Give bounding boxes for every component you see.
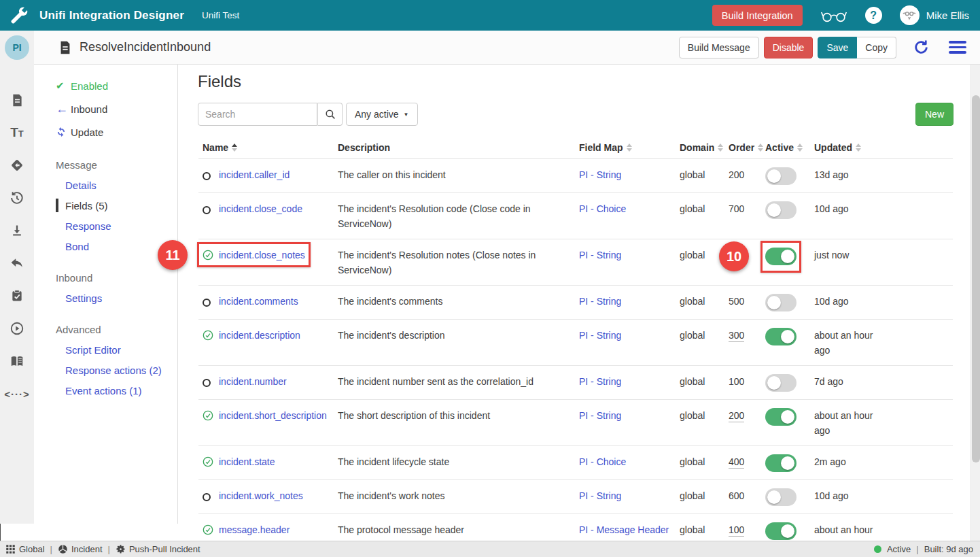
active-toggle[interactable] bbox=[765, 201, 797, 219]
nav-item-event-actions-1[interactable]: Event actions (1) bbox=[34, 380, 177, 401]
nav-item-settings[interactable]: Settings bbox=[34, 288, 177, 308]
cell-domain: global bbox=[680, 159, 729, 193]
field-map-link[interactable]: PI - String bbox=[579, 330, 621, 341]
nav-status-direction: ← Inbound bbox=[34, 97, 177, 120]
field-inactive-circle-icon bbox=[203, 169, 213, 180]
field-map-link[interactable]: PI - Choice bbox=[579, 203, 626, 214]
cell-updated: about an hour ago bbox=[814, 400, 953, 446]
cell-name: incident.close_notes bbox=[198, 239, 338, 286]
scrollbar-thumb[interactable] bbox=[972, 95, 980, 462]
active-toggle[interactable] bbox=[765, 167, 797, 185]
field-map-link[interactable]: PI - String bbox=[579, 250, 621, 260]
nav-item-script-editor[interactable]: Script Editor bbox=[34, 339, 177, 360]
cell-field-map: PI - Message Header bbox=[579, 514, 680, 541]
field-name-link[interactable]: incident.close_notes bbox=[219, 250, 305, 260]
wrench-logo-icon[interactable] bbox=[8, 5, 30, 27]
build-integration-button[interactable]: Build Integration bbox=[712, 5, 803, 26]
process-avatar[interactable]: PI bbox=[5, 35, 29, 60]
active-toggle[interactable] bbox=[765, 294, 797, 311]
field-name-link[interactable]: incident.description bbox=[219, 330, 300, 341]
active-toggle[interactable] bbox=[765, 408, 797, 426]
download-icon[interactable] bbox=[0, 214, 34, 247]
statusbar-process[interactable]: Push-Pull Incident bbox=[116, 544, 200, 554]
save-button[interactable]: Save bbox=[818, 37, 857, 58]
field-active-check-icon bbox=[203, 524, 213, 535]
toggle-knob bbox=[767, 490, 781, 504]
cell-updated: 13d ago bbox=[814, 159, 953, 193]
cell-updated: about an hour ago bbox=[814, 320, 953, 366]
active-toggle[interactable] bbox=[765, 488, 797, 506]
field-map-link[interactable]: PI - String bbox=[579, 296, 621, 307]
nav-section: InboundSettings bbox=[34, 267, 177, 308]
user-menu[interactable]: Mike Ellis bbox=[900, 5, 969, 25]
nav-item-response-actions-2[interactable]: Response actions (2) bbox=[34, 360, 177, 380]
active-toggle[interactable] bbox=[765, 248, 797, 265]
order-value[interactable]: 400 bbox=[729, 456, 744, 469]
cell-updated: 10d ago bbox=[814, 480, 953, 514]
build-message-button[interactable]: Build Message bbox=[679, 37, 759, 58]
column-header-description: Description bbox=[338, 137, 579, 159]
new-field-button[interactable]: New bbox=[915, 103, 953, 126]
field-name-link[interactable]: incident.close_code bbox=[219, 203, 302, 214]
field-name-link[interactable]: incident.state bbox=[219, 456, 275, 467]
cell-name: incident.close_code bbox=[198, 193, 338, 239]
column-header-name: Name bbox=[198, 137, 338, 159]
vertical-scrollbar[interactable] bbox=[970, 65, 980, 541]
refresh-icon[interactable] bbox=[913, 39, 930, 56]
preview-glasses-icon[interactable] bbox=[820, 7, 847, 24]
active-toggle[interactable] bbox=[765, 454, 797, 472]
help-icon[interactable]: ? bbox=[865, 7, 882, 24]
reply-icon[interactable] bbox=[0, 247, 34, 280]
nav-item-response[interactable]: Response bbox=[34, 216, 177, 236]
disable-button[interactable]: Disable bbox=[764, 37, 813, 58]
field-name-link[interactable]: incident.caller_id bbox=[219, 169, 290, 180]
active-toggle[interactable] bbox=[765, 522, 797, 540]
field-map-link[interactable]: PI - String bbox=[579, 376, 621, 387]
nav-item-bond[interactable]: Bond bbox=[34, 236, 177, 256]
active-filter-dropdown[interactable]: Any active ▼ bbox=[346, 103, 418, 126]
code-icon[interactable]: <···> bbox=[0, 377, 34, 410]
search-button[interactable] bbox=[317, 103, 343, 126]
active-toggle[interactable] bbox=[765, 328, 797, 345]
cell-order: 700 bbox=[729, 193, 765, 239]
send-diamond-icon[interactable] bbox=[0, 149, 34, 182]
updated-value: just now bbox=[814, 248, 849, 263]
message-nav: ✔ Enabled ← Inbound Update MessageDetail… bbox=[34, 65, 178, 524]
history-icon[interactable] bbox=[0, 182, 34, 214]
updated-value: 2m ago bbox=[814, 454, 846, 469]
cell-description: The incident's description bbox=[338, 320, 579, 366]
field-map-link[interactable]: PI - String bbox=[579, 169, 621, 180]
cell-order: 600 bbox=[729, 480, 765, 514]
toggle-knob bbox=[767, 376, 781, 390]
active-toggle[interactable] bbox=[765, 374, 797, 392]
table-row: message.headerThe protocol message heade… bbox=[198, 514, 953, 541]
cell-description: The caller on this incident bbox=[338, 159, 579, 193]
toggle-knob bbox=[767, 169, 781, 183]
menu-icon[interactable] bbox=[949, 41, 966, 54]
field-map-link[interactable]: PI - String bbox=[579, 490, 621, 501]
field-name-link[interactable]: incident.short_description bbox=[219, 410, 327, 421]
tasks-clipboard-icon[interactable] bbox=[0, 280, 34, 312]
nav-item-fields-5[interactable]: Fields (5) bbox=[34, 195, 177, 216]
play-circle-icon[interactable] bbox=[0, 312, 34, 345]
text-fields-icon[interactable]: TT bbox=[0, 116, 34, 149]
messages-doc-icon[interactable] bbox=[0, 84, 34, 116]
order-value[interactable]: 100 bbox=[729, 524, 744, 537]
nav-item-details[interactable]: Details bbox=[34, 175, 177, 195]
order-value[interactable]: 200 bbox=[729, 410, 744, 422]
statusbar-incident[interactable]: Incident bbox=[58, 544, 103, 554]
field-name-link[interactable]: message.header bbox=[219, 524, 290, 535]
order-value[interactable]: 300 bbox=[729, 330, 744, 342]
sort-icon bbox=[856, 144, 861, 152]
copy-button[interactable]: Copy bbox=[857, 37, 896, 58]
field-name-link[interactable]: incident.work_notes bbox=[219, 490, 303, 501]
field-map-link[interactable]: PI - Choice bbox=[579, 456, 626, 467]
field-map-link[interactable]: PI - Message Header bbox=[579, 524, 669, 535]
statusbar-global[interactable]: Global bbox=[5, 544, 45, 554]
book-icon[interactable] bbox=[0, 345, 34, 377]
search-input[interactable] bbox=[198, 103, 317, 126]
field-map-link[interactable]: PI - String bbox=[579, 410, 621, 421]
field-name-link[interactable]: incident.number bbox=[219, 376, 287, 387]
cell-updated: 10d ago bbox=[814, 193, 953, 239]
field-name-link[interactable]: incident.comments bbox=[219, 296, 298, 307]
